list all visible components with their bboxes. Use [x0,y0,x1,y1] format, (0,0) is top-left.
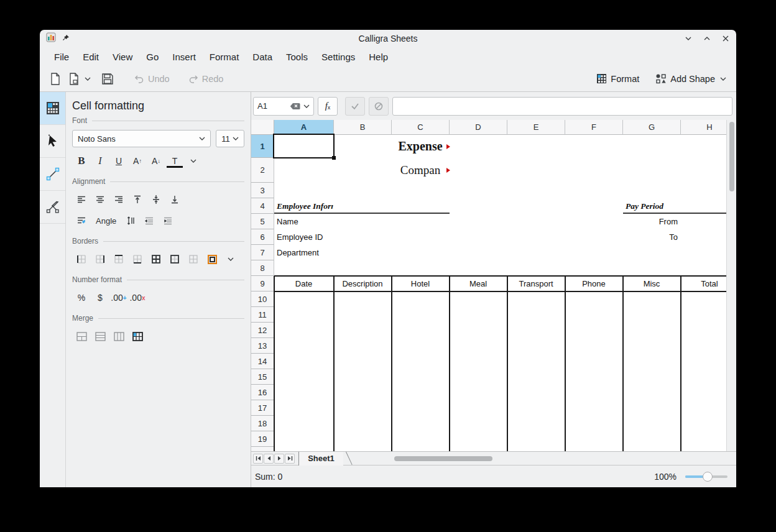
column-header-G[interactable]: G [623,120,681,135]
redo-button[interactable]: Redo [185,71,228,87]
select-all-corner[interactable] [251,120,274,135]
vertical-scrollbar[interactable] [726,120,736,451]
merge-cells-button[interactable] [72,329,91,344]
cell-C1[interactable]: Expense [392,135,449,158]
row-header-17[interactable]: 17 [251,400,274,416]
cell-B9[interactable]: Description [335,276,391,291]
border-right-button[interactable] [91,252,109,267]
cell-G9[interactable]: Misc [624,276,680,291]
row-header-19[interactable]: 19 [251,431,274,447]
indent-increase-button[interactable] [159,213,177,228]
text-color-button[interactable]: T [165,154,184,168]
reference-chevron-icon[interactable] [303,104,310,109]
cell-F9[interactable]: Phone [566,276,622,291]
row-header-16[interactable]: 16 [251,385,274,400]
menu-edit[interactable]: Edit [76,50,106,64]
last-sheet-button[interactable] [285,454,295,464]
pin-icon[interactable] [62,33,70,44]
menu-view[interactable]: View [106,50,139,64]
zoom-slider[interactable] [685,471,728,482]
cell-formatting-tool[interactable] [40,92,65,125]
merge-horizontal-button[interactable] [91,329,109,344]
row-header-10[interactable]: 10 [251,291,274,307]
cell-A7[interactable]: Department [275,245,333,260]
column-header-D[interactable]: D [450,120,507,135]
column-header-C[interactable]: C [392,120,450,135]
column-header-E[interactable]: E [507,120,565,135]
menu-format[interactable]: Format [203,50,246,64]
percent-format-button[interactable]: % [72,290,91,305]
clear-reference-icon[interactable] [290,103,300,110]
row-header-15[interactable]: 15 [251,369,274,385]
maximize-button[interactable] [703,34,711,43]
border-bottom-button[interactable] [128,252,147,267]
border-top-button[interactable] [109,252,128,267]
cell-A4[interactable]: Employee Information [275,198,333,214]
function-button[interactable]: fx [318,97,338,116]
undo-button[interactable]: Undo [131,71,173,87]
cell-A6[interactable]: Employee ID [275,229,333,245]
selection-tool[interactable] [40,125,65,158]
cell-G4[interactable]: Pay Period [624,198,680,214]
border-left-button[interactable] [72,252,91,267]
row-header-9[interactable]: 9 [251,276,274,291]
border-color-chevron-icon[interactable] [221,252,240,267]
align-top-button[interactable] [128,192,147,207]
row-header-12[interactable]: 12 [251,323,274,338]
wrap-text-button[interactable] [72,213,91,228]
cell-A9[interactable]: Date [275,276,333,291]
next-sheet-button[interactable] [274,454,284,464]
new-document-button[interactable] [46,70,65,88]
connector-tool[interactable] [40,158,65,191]
cell-A5[interactable]: Name [275,214,333,229]
increase-precision-button[interactable]: .00+ [109,290,128,305]
menu-settings[interactable]: Settings [315,50,362,64]
currency-format-button[interactable]: $ [91,290,109,305]
row-header-5[interactable]: 5 [251,214,274,229]
zoom-slider-knob[interactable] [703,472,713,482]
cell-D9[interactable]: Meal [450,276,507,291]
menu-file[interactable]: File [47,50,76,64]
font-size-select[interactable]: 11 [216,130,244,147]
vertical-scrollbar-thumb[interactable] [729,122,734,191]
row-header-8[interactable]: 8 [251,260,274,276]
align-left-button[interactable] [72,192,91,207]
selection-handle[interactable] [332,156,336,160]
border-outline-button[interactable] [165,252,184,267]
first-sheet-button[interactable] [253,454,263,464]
row-header-6[interactable]: 6 [251,229,274,245]
row-header-13[interactable]: 13 [251,338,274,354]
cell-selection[interactable] [273,134,335,158]
formula-input[interactable] [392,97,732,116]
row-header-2[interactable]: 2 [251,158,274,183]
column-header-B[interactable]: B [334,120,392,135]
minimize-button[interactable] [684,34,693,43]
row-header-3[interactable]: 3 [251,183,274,198]
italic-button[interactable]: I [91,154,109,168]
shrink-font-button[interactable]: A↓ [147,154,165,168]
previous-sheet-button[interactable] [264,454,274,464]
cell-G5[interactable]: From [624,214,680,229]
border-all-button[interactable] [147,252,165,267]
align-center-button[interactable] [91,192,109,207]
accept-formula-button[interactable] [345,97,365,116]
sheet-tab[interactable]: Sheet1 [298,452,343,466]
cell-H9[interactable]: Total [681,276,726,291]
row-header-18[interactable]: 18 [251,416,274,431]
menu-data[interactable]: Data [246,50,279,64]
menu-tools[interactable]: Tools [279,50,315,64]
unmerge-cells-button[interactable] [128,329,147,344]
menu-help[interactable]: Help [362,50,395,64]
cancel-formula-button[interactable] [369,97,389,116]
bold-button[interactable]: B [72,154,91,168]
border-none-button[interactable] [184,252,203,267]
indent-decrease-button[interactable] [140,213,159,228]
cell-E9[interactable]: Transport [508,276,565,291]
font-family-select[interactable]: Noto Sans [72,130,211,147]
text-color-chevron-icon[interactable] [184,154,203,168]
vertical-text-button[interactable] [121,213,140,228]
decrease-precision-button[interactable]: .00x [128,290,147,305]
add-shape-button[interactable]: Add Shape [652,70,730,87]
cell-reference-box[interactable]: A1 [253,97,314,116]
menu-insert[interactable]: Insert [165,50,203,64]
